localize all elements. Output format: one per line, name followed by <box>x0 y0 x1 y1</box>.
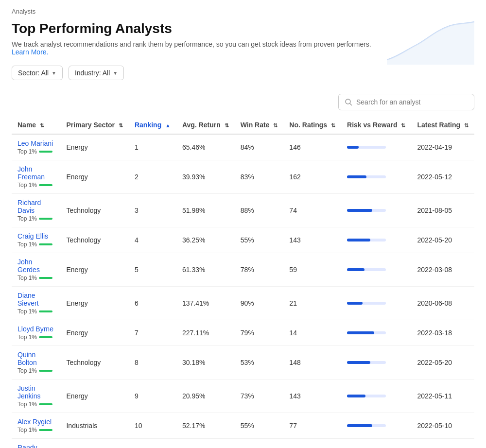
risk-reward-fill <box>347 146 359 149</box>
cell-sector: Energy <box>60 160 129 194</box>
header-left: Top Performing Analysts We track analyst… <box>12 21 387 90</box>
cell-sector: Technology <box>60 346 129 379</box>
performance-bar <box>39 403 52 405</box>
sector-label: Sector: All <box>18 69 49 77</box>
analyst-link[interactable]: Richard Davis <box>17 199 54 214</box>
cell-no-ratings: 148 <box>283 346 341 379</box>
win-rate-sort-icon: ⇅ <box>273 122 278 128</box>
cell-risk-reward <box>341 253 411 287</box>
industry-filter[interactable]: Industry: All ▼ <box>69 66 124 80</box>
top-badge: Top 1% <box>17 148 54 155</box>
cell-no-ratings: 74 <box>283 194 341 227</box>
cell-name: Justin Jenkins Top 1% <box>12 379 60 413</box>
col-no-ratings[interactable]: No. Ratings ⇅ <box>283 116 341 134</box>
cell-name: Craig Ellis Top 1% <box>12 227 60 253</box>
analyst-link[interactable]: Lloyd Byrne <box>17 325 54 333</box>
analyst-link[interactable]: Leo Mariani <box>17 139 54 147</box>
cell-no-ratings: 77 <box>283 413 341 439</box>
industry-label: Industry: All <box>75 69 110 77</box>
analyst-link[interactable]: John Freeman <box>17 165 54 181</box>
cell-sector: Industrials <box>60 413 129 439</box>
table-row: Lloyd Byrne Top 1% Energy 7 227.11% 79% … <box>12 320 474 346</box>
cell-ranking: 2 <box>129 160 176 194</box>
analyst-link[interactable]: John Gerdes <box>17 258 54 274</box>
performance-bar <box>39 218 52 220</box>
cell-win-rate: 78% <box>235 253 284 287</box>
cell-sector: Energy <box>60 134 129 160</box>
col-latest-rating[interactable]: Latest Rating ⇅ <box>411 116 474 134</box>
top-badge: Top 1% <box>17 215 54 222</box>
cell-risk-reward <box>341 194 411 227</box>
risk-reward-fill <box>347 395 365 397</box>
performance-bar <box>39 277 52 279</box>
analyst-link[interactable]: Alex Rygiel <box>17 418 54 426</box>
cell-name: Quinn Bolton Top 1% <box>12 346 60 379</box>
cell-avg-return: 61.33% <box>176 253 235 287</box>
performance-bar <box>39 151 52 153</box>
risk-reward-fill <box>347 209 372 212</box>
top-badge: Top 1% <box>17 401 54 408</box>
risk-reward-bar <box>347 209 386 212</box>
risk-reward-fill <box>347 175 366 178</box>
analyst-link[interactable]: Diane Sievert <box>17 292 54 307</box>
cell-avg-return: 52.17% <box>176 413 235 439</box>
learn-more-link[interactable]: Learn More. <box>12 48 48 56</box>
risk-reward-bar <box>347 361 386 364</box>
col-sector[interactable]: Primary Sector ⇅ <box>60 116 129 134</box>
subtitle-text: We track analyst recommendations and ran… <box>12 40 371 48</box>
risk-reward-bar <box>347 239 386 241</box>
cell-name: Lloyd Byrne Top 1% <box>12 320 60 346</box>
analyst-link[interactable]: Quinn Bolton <box>17 351 54 366</box>
trend-chart-svg <box>387 21 474 65</box>
risk-reward-fill <box>347 361 370 364</box>
page-title: Top Performing Analysts <box>12 21 387 36</box>
search-icon <box>345 98 352 106</box>
cell-no-ratings: 143 <box>283 227 341 253</box>
cell-risk-reward <box>341 227 411 253</box>
risk-reward-bar <box>347 175 386 178</box>
breadcrumb: Analysts <box>12 8 474 15</box>
analyst-link[interactable]: Randy Giveans <box>17 444 54 448</box>
col-win-rate[interactable]: Win Rate ⇅ <box>235 116 284 134</box>
cell-avg-return: 30.18% <box>176 346 235 379</box>
cell-latest-rating: 2022-03-08 <box>411 253 474 287</box>
analyst-link[interactable]: Justin Jenkins <box>17 384 54 400</box>
cell-sector: Energy <box>60 320 129 346</box>
cell-no-ratings: 14 <box>283 320 341 346</box>
top-badge: Top 1% <box>17 427 54 433</box>
cell-win-rate: 64% <box>235 439 284 448</box>
performance-bar <box>39 310 52 312</box>
table-row: Diane Sievert Top 1% Energy 6 137.41% 90… <box>12 287 474 320</box>
cell-latest-rating: 2020-06-08 <box>411 287 474 320</box>
analyst-link[interactable]: Craig Ellis <box>17 232 54 240</box>
cell-risk-reward <box>341 439 411 448</box>
cell-avg-return: 36.25% <box>176 227 235 253</box>
top-badge: Top 1% <box>17 275 54 281</box>
cell-win-rate: 83% <box>235 160 284 194</box>
col-risk-reward[interactable]: Risk vs Reward ⇅ <box>341 116 411 134</box>
table-row: Richard Davis Top 1% Technology 3 51.98%… <box>12 194 474 227</box>
cell-latest-rating: 2022-05-20 <box>411 227 474 253</box>
table-body: Leo Mariani Top 1% Energy 1 65.46% 84% 1… <box>12 134 474 448</box>
cell-risk-reward <box>341 346 411 379</box>
cell-no-ratings: 81 <box>283 439 341 448</box>
performance-bar <box>39 243 52 245</box>
col-ranking[interactable]: Ranking ▲ <box>129 116 176 134</box>
cell-risk-reward <box>341 287 411 320</box>
risk-reward-fill <box>347 302 363 305</box>
col-avg-return[interactable]: Avg. Return ⇅ <box>176 116 235 134</box>
performance-bar <box>39 429 52 431</box>
cell-latest-rating: 2022-05-12 <box>411 160 474 194</box>
risk-reward-sort-icon: ⇅ <box>401 122 405 128</box>
table-header: Name ⇅ Primary Sector ⇅ Ranking ▲ Avg. R… <box>12 116 474 134</box>
risk-reward-fill <box>347 268 364 271</box>
search-container <box>338 94 474 110</box>
sector-filter[interactable]: Sector: All ▼ <box>12 66 63 80</box>
col-name[interactable]: Name ⇅ <box>12 116 60 134</box>
cell-ranking: 1 <box>129 134 176 160</box>
risk-reward-fill <box>347 331 374 334</box>
cell-avg-return: 65.46% <box>176 134 235 160</box>
search-input[interactable] <box>356 98 468 106</box>
cell-ranking: 9 <box>129 379 176 413</box>
cell-win-rate: 55% <box>235 413 284 439</box>
